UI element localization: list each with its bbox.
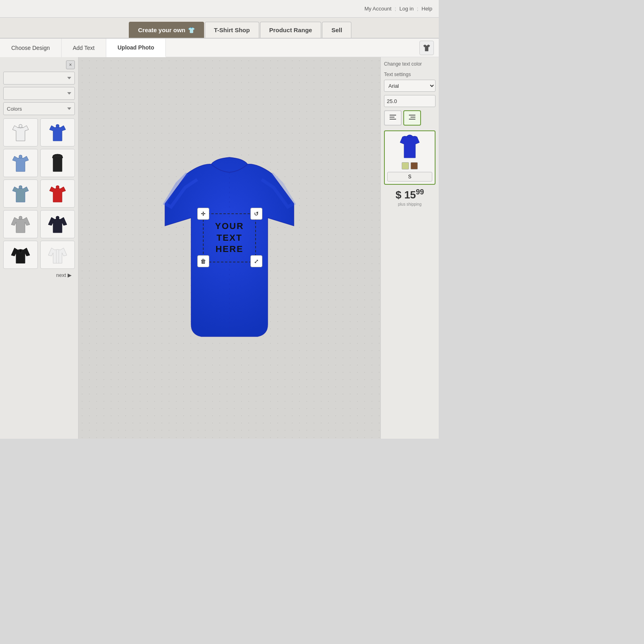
delete-handle[interactable]: 🗑: [197, 255, 209, 267]
choose-design-label: Choose Design: [11, 45, 50, 51]
shirt-light-blue[interactable]: [3, 149, 38, 177]
colors-row: Colors: [3, 102, 75, 115]
resize-icon: ⤢: [254, 258, 259, 264]
color-swatches: [402, 162, 418, 169]
colors-select[interactable]: Colors: [3, 102, 75, 115]
shirt-dark-longsleeve[interactable]: [40, 210, 75, 238]
tshirt-container: YOUR TEXT HERE ✛ ↺ 🗑 ⤢: [145, 151, 314, 345]
delete-icon: 🗑: [200, 258, 206, 264]
sell-label: Sell: [331, 27, 342, 33]
price-note: plus shipping: [384, 202, 436, 206]
close-button[interactable]: ×: [66, 60, 75, 69]
tshirt-view-icon[interactable]: [419, 41, 434, 55]
change-color-section: Change text color: [384, 61, 436, 67]
next-button[interactable]: next ▶: [3, 272, 75, 278]
log-in-link[interactable]: Log in: [399, 6, 413, 12]
align-left-icon: [389, 114, 396, 122]
price-symbol: $: [396, 189, 401, 201]
subnav-add-text[interactable]: Add Text: [62, 39, 106, 57]
svg-point-3: [19, 186, 22, 189]
preview-tshirt-icon: [398, 134, 422, 160]
align-right-icon: [409, 114, 416, 122]
text-settings-label: Text settings: [384, 72, 436, 77]
next-arrow-icon: ▶: [68, 272, 72, 278]
svg-point-5: [19, 216, 22, 219]
subnav-choose-design[interactable]: Choose Design: [0, 39, 62, 57]
text-settings-section: Text settings Arial Times New Roman Verd…: [384, 72, 436, 126]
price-whole: 15: [404, 189, 416, 201]
font-size-input[interactable]: [384, 95, 436, 107]
close-icon: ×: [69, 62, 72, 68]
rotate-icon: ↺: [254, 211, 259, 217]
sidebar: × Colors: [0, 57, 78, 439]
create-label: Create your own: [138, 27, 186, 33]
size-selector: S: [387, 172, 432, 182]
product-preview: S: [384, 130, 436, 185]
shirt-blue-tshirt[interactable]: [40, 118, 75, 147]
move-handle[interactable]: ✛: [197, 208, 209, 220]
sidebar-dropdown-1[interactable]: [3, 72, 75, 85]
sub-nav: Choose Design Add Text Upload Photo: [0, 39, 439, 57]
shirt-black-tank[interactable]: [40, 149, 75, 177]
shirt-grid: [3, 118, 75, 269]
size-label: S: [408, 174, 411, 180]
subnav-upload-photo[interactable]: Upload Photo: [106, 39, 166, 57]
upload-photo-label: Upload Photo: [118, 44, 154, 51]
font-select[interactable]: Arial Times New Roman Verdana: [384, 80, 436, 92]
svg-point-2: [19, 155, 22, 158]
size-button[interactable]: S: [387, 172, 432, 182]
rotate-handle[interactable]: ↺: [250, 208, 262, 220]
align-right-button[interactable]: [403, 110, 421, 126]
svg-point-1: [56, 124, 59, 128]
tshirt-shop-label: T-Shirt Shop: [214, 27, 250, 33]
shirt-white-hoodie[interactable]: [40, 241, 75, 269]
align-buttons: [384, 110, 436, 126]
swatch-brown[interactable]: [411, 162, 418, 169]
svg-point-4: [56, 186, 59, 189]
shirt-red-tshirt[interactable]: [40, 180, 75, 208]
next-label: next: [56, 272, 66, 278]
svg-point-0: [19, 124, 22, 128]
tab-product-range[interactable]: Product Range: [260, 22, 322, 38]
sep2: ;: [417, 6, 419, 12]
help-link[interactable]: Help: [421, 6, 432, 12]
svg-point-6: [56, 216, 59, 219]
add-text-label: Add Text: [73, 45, 95, 51]
right-panel: Change text color Text settings Arial Ti…: [380, 57, 439, 439]
product-range-label: Product Range: [269, 27, 312, 33]
tab-create-your-own[interactable]: Create your own 👕: [129, 22, 204, 38]
sidebar-close-row: ×: [3, 60, 75, 69]
change-color-label: Change text color: [384, 61, 436, 67]
price-cents: 99: [416, 188, 424, 196]
canvas-area: YOUR TEXT HERE ✛ ↺ 🗑 ⤢: [78, 57, 380, 439]
my-account-link[interactable]: My Account: [364, 6, 391, 12]
tshirt-icon: 👕: [188, 27, 195, 33]
sep1: ;: [395, 6, 396, 12]
align-left-button[interactable]: [384, 110, 402, 126]
swatch-tan[interactable]: [402, 162, 409, 169]
tshirt-main: [145, 151, 314, 345]
price-section: $ 1599 plus shipping: [384, 188, 436, 206]
price-display: $ 1599: [384, 188, 436, 201]
resize-handle[interactable]: ⤢: [250, 255, 262, 267]
move-icon: ✛: [201, 211, 206, 217]
shirt-black-hoodie[interactable]: [3, 241, 38, 269]
tab-sell[interactable]: Sell: [322, 22, 351, 38]
top-bar: My Account ; Log in ; Help: [0, 0, 439, 18]
main-content: × Colors: [0, 57, 439, 439]
tab-tshirt-shop[interactable]: T-Shirt Shop: [205, 22, 259, 38]
nav-tabs: Create your own 👕 T-Shirt Shop Product R…: [0, 18, 439, 39]
shirt-gray-longsleeve[interactable]: [3, 210, 38, 238]
shirt-white-tshirt[interactable]: [3, 118, 38, 147]
top-bar-links: My Account ; Log in ; Help: [364, 6, 432, 12]
sidebar-dropdown-2[interactable]: [3, 87, 75, 100]
sub-nav-right: [419, 41, 439, 55]
shirt-gray-tshirt[interactable]: [3, 180, 38, 208]
